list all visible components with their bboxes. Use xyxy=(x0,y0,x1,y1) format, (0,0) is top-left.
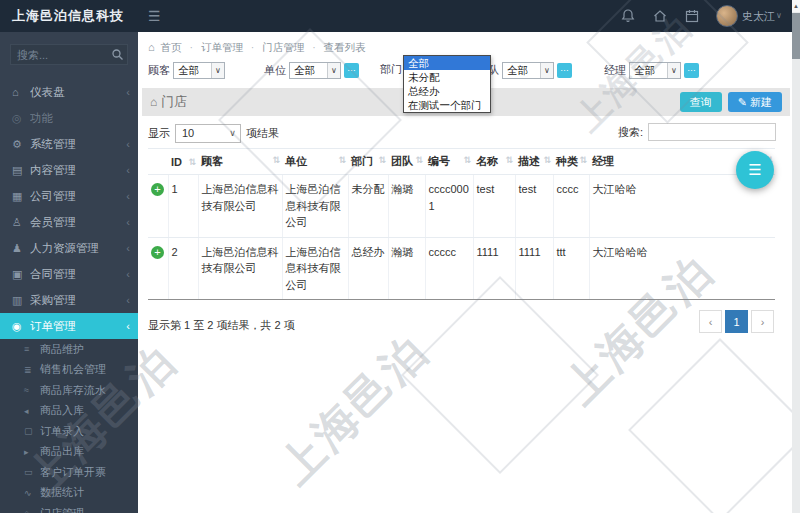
dropdown-option-general-office[interactable]: 总经办 xyxy=(404,84,490,98)
filter-unit: 单位 全部 ∨ … xyxy=(264,62,359,79)
new-button[interactable]: ✎ 新建 xyxy=(728,92,782,112)
customer-select[interactable]: 全部 ∨ xyxy=(173,62,225,79)
cell-description: test xyxy=(515,175,553,238)
sidebar-item-system-mgmt[interactable]: ⚙ 系统管理 ‹ xyxy=(0,131,138,157)
sidebar-item-functions[interactable]: ◎ 功能 xyxy=(0,105,138,131)
top-navbar: 上海邑泊信息科技 ☰ 史太江 ∨ xyxy=(0,0,800,32)
sidebar-item-contract-mgmt[interactable]: ▣ 合同管理 ‹ xyxy=(0,261,138,287)
sidebar-item-company-mgmt[interactable]: ▦ 公司管理 ‹ xyxy=(0,183,138,209)
store-icon: ⌂ xyxy=(24,508,40,513)
submenu-item-data-statistics[interactable]: ∿ 数据统计 xyxy=(0,483,138,504)
table-search-input[interactable] xyxy=(648,123,776,141)
sort-icon: ⇅ xyxy=(272,155,280,165)
cell-customer: 上海邑泊信息科技有限公司 xyxy=(198,175,282,238)
scroll-up-arrow-icon[interactable]: ▲ xyxy=(792,0,800,12)
outbound-icon: ▸ xyxy=(24,447,40,457)
vertical-scrollbar[interactable]: ▲ xyxy=(792,0,800,513)
filter-department: 部门 xyxy=(380,62,402,77)
submenu-item-customer-invoicing[interactable]: ▭ 客户订单开票 xyxy=(0,462,138,483)
unit-select[interactable]: 全部 ∨ xyxy=(289,62,341,79)
header-department[interactable]: 部门⇅ xyxy=(348,149,388,175)
floating-menu-button[interactable]: ☰ xyxy=(736,151,774,189)
header-name[interactable]: 名称⇅ xyxy=(473,149,515,175)
sort-icon: ⇅ xyxy=(415,155,423,165)
submenu-item-product-maintenance[interactable]: ≡ 商品维护 xyxy=(0,339,138,360)
dropdown-option-all[interactable]: 全部 xyxy=(404,56,490,70)
header-customer[interactable]: 顾客⇅ xyxy=(198,149,282,175)
row-expand-button[interactable]: + xyxy=(151,246,164,259)
chevron-left-icon: ‹ xyxy=(126,164,130,176)
pagination-next-button[interactable]: › xyxy=(751,310,774,333)
submenu-item-product-outbound[interactable]: ▸ 商品出库 xyxy=(0,442,138,463)
header-category[interactable]: 种类⇅ xyxy=(553,149,589,175)
submenu-item-sales-opportunity[interactable]: ≣ 销售机会管理 xyxy=(0,360,138,381)
unit-more-button[interactable]: … xyxy=(344,63,359,78)
pagination-page-1[interactable]: 1 xyxy=(725,310,748,333)
contract-icon: ▣ xyxy=(12,268,30,281)
header-unit[interactable]: 单位⇅ xyxy=(282,149,348,175)
chevron-down-icon: ∨ xyxy=(327,63,340,78)
chevron-left-icon: ‹ xyxy=(126,268,130,280)
breadcrumb-store-mgmt[interactable]: 门店管理 xyxy=(262,41,304,53)
content-icon: ▤ xyxy=(12,164,30,177)
store-icon: ⌂ xyxy=(150,95,157,109)
row-expand-button[interactable]: + xyxy=(151,183,164,196)
query-button[interactable]: 查询 xyxy=(680,92,722,112)
sidebar-toggle-icon[interactable]: ☰ xyxy=(148,0,161,32)
sidebar-item-member-mgmt[interactable]: ♙ 会员管理 ‹ xyxy=(0,209,138,235)
breadcrumb-home[interactable]: 首页 xyxy=(161,41,182,53)
sidebar-item-procurement-mgmt[interactable]: ▥ 采购管理 ‹ xyxy=(0,287,138,313)
pagination: ‹ 1 › xyxy=(696,310,774,333)
breadcrumb-order-mgmt[interactable]: 订单管理 xyxy=(201,41,243,53)
breadcrumb-view-list: 查看列表 xyxy=(324,41,366,53)
search-label: 搜索: xyxy=(618,125,643,140)
company-icon: ▦ xyxy=(12,190,30,203)
chevron-left-icon: ‹ xyxy=(126,190,130,202)
department-dropdown: 全部 未分配 总经办 在测试一个部门 xyxy=(403,55,491,113)
cell-team: 瀚璐 xyxy=(388,237,425,300)
page-size-select[interactable]: 10 ∨ xyxy=(175,124,241,143)
header-code[interactable]: 编号⇅ xyxy=(425,149,473,175)
procurement-icon: ▥ xyxy=(12,294,30,307)
team-select[interactable]: 全部 ∨ xyxy=(502,62,554,79)
cell-department: 总经办 xyxy=(348,237,388,300)
dropdown-option-test-department[interactable]: 在测试一个部门 xyxy=(404,98,490,112)
sidebar-item-order-mgmt[interactable]: ◉ 订单管理 ‹ xyxy=(0,313,138,339)
dropdown-option-unassigned[interactable]: 未分配 xyxy=(404,70,490,84)
submenu-item-store-mgmt[interactable]: ⌂ 门店管理 xyxy=(0,503,138,513)
header-team[interactable]: 团队⇅ xyxy=(388,149,425,175)
sidebar-item-hr-mgmt[interactable]: ♟ 人力资源管理 ‹ xyxy=(0,235,138,261)
cell-name: 1111 xyxy=(473,237,515,300)
cell-code: ccccc xyxy=(425,237,473,300)
home-icon[interactable] xyxy=(652,8,668,24)
user-avatar[interactable] xyxy=(716,5,738,27)
brand-title: 上海邑泊信息科技 xyxy=(12,0,124,32)
sort-icon: ⇅ xyxy=(378,155,386,165)
submenu-item-product-inbound[interactable]: ◂ 商品入库 xyxy=(0,401,138,422)
submenu-item-order-entry[interactable]: ▢ 订单录入 xyxy=(0,421,138,442)
header-description[interactable]: 描述⇅ xyxy=(515,149,553,175)
sidebar-item-dashboard[interactable]: ⌂ 仪表盘 ‹ xyxy=(0,79,138,105)
calendar-icon[interactable] xyxy=(684,8,700,24)
inbound-icon: ◂ xyxy=(24,406,40,416)
table-row: + 2 上海邑泊信息科技有限公司 上海邑泊信息科技有限公司 总经办 瀚璐 ccc… xyxy=(148,237,775,300)
submenu-item-inventory-flow[interactable]: ≈ 商品库存流水 xyxy=(0,380,138,401)
cell-department: 未分配 xyxy=(348,175,388,238)
header-id[interactable]: ID⇅ xyxy=(168,149,198,175)
results-summary: 显示第 1 至 2 项结果，共 2 项 xyxy=(148,318,295,333)
entry-icon: ▢ xyxy=(24,426,40,436)
list-icon: ≡ xyxy=(24,344,40,354)
chevron-down-icon: ∨ xyxy=(225,125,240,142)
cell-code: cccc0001 xyxy=(425,175,473,238)
manager-more-button[interactable]: … xyxy=(684,63,699,78)
sidebar-item-content-mgmt[interactable]: ▤ 内容管理 ‹ xyxy=(0,157,138,183)
user-menu-chevron-icon[interactable]: ∨ xyxy=(776,0,782,32)
bell-icon[interactable] xyxy=(620,8,636,24)
manager-select[interactable]: 全部 ∨ xyxy=(629,62,681,79)
sort-icon: ⇅ xyxy=(505,155,513,165)
cell-category: cccc xyxy=(553,175,589,238)
team-more-button[interactable]: … xyxy=(557,63,572,78)
user-name[interactable]: 史太江 xyxy=(742,0,775,32)
pagination-prev-button[interactable]: ‹ xyxy=(699,310,722,333)
scrollbar-thumb[interactable] xyxy=(792,13,800,59)
